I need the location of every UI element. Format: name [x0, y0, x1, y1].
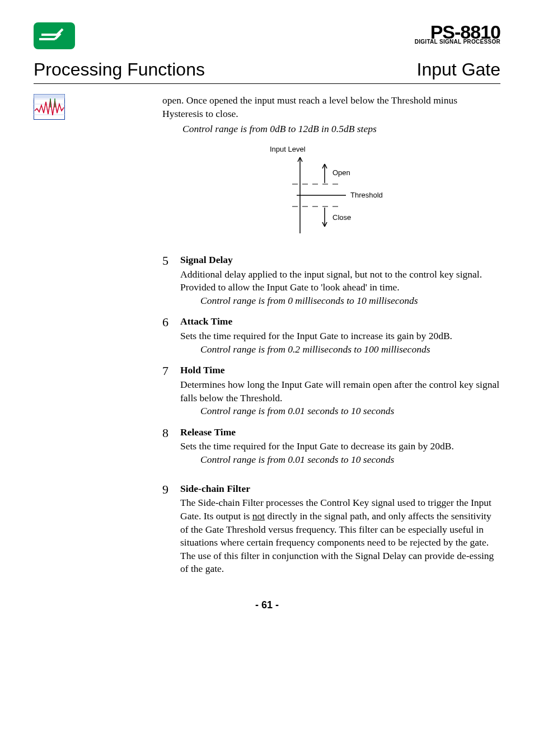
diagram-label-threshold: Threshold — [350, 191, 383, 199]
header-row: PS-8810 DIGITAL SIGNAL PROCESSOR — [34, 22, 500, 49]
item-desc: Sets the time required for the Input Gat… — [180, 330, 500, 343]
intro-text: open. Once opened the input must reach a… — [162, 94, 500, 120]
section-title-right: Input Gate — [417, 59, 500, 80]
page-root: PS-8810 DIGITAL SIGNAL PROCESSOR Process… — [0, 0, 534, 628]
title-rule — [34, 83, 500, 84]
item-range: Control range is from 0 milliseconds to … — [200, 294, 500, 308]
item-range: Control range is from 0.01 seconds to 10… — [200, 453, 500, 467]
item-range: Control range is from 0.01 seconds to 10… — [200, 405, 500, 418]
item-title: Signal Delay — [180, 253, 500, 267]
item-number: 5 — [162, 253, 180, 308]
product-logo: PS-8810 DIGITAL SIGNAL PROCESSOR — [415, 22, 500, 45]
item-desc: The Side-chain Filter processes the Cont… — [180, 496, 500, 576]
item-title: Release Time — [180, 426, 500, 439]
diagram-caption: Input Level — [270, 145, 306, 153]
item-body: Hold Time Determines how long the Input … — [180, 364, 500, 418]
item-desc: Additional delay applied to the input si… — [180, 268, 500, 294]
item-hold-time: 7 Hold Time Determines how long the Inpu… — [162, 364, 500, 418]
item-range: Control range is from 0.2 milliseconds t… — [200, 343, 500, 356]
item-title: Side-chain Filter — [180, 482, 500, 496]
diagram-label-close: Close — [332, 213, 351, 222]
item-side-chain-filter: 9 Side-chain Filter The Side-chain Filte… — [162, 482, 500, 576]
item-body: Signal Delay Additional delay applied to… — [180, 253, 500, 308]
item-title: Attack Time — [180, 315, 500, 328]
item-title: Hold Time — [180, 364, 500, 377]
item-desc-underline: not — [252, 510, 265, 522]
item-number: 8 — [162, 426, 180, 467]
brand-logo-icon — [34, 22, 75, 49]
item-body: Release Time Sets the time required for … — [180, 426, 500, 467]
waveform-icon — [34, 94, 65, 120]
section-title-left: Processing Functions — [34, 59, 205, 80]
item-desc: Sets the time required for the Input Gat… — [180, 440, 500, 453]
threshold-diagram: Input Level Open Threshold Close — [162, 144, 500, 239]
left-column — [34, 94, 162, 576]
page-number: - 61 - — [34, 599, 500, 611]
content: open. Once opened the input must reach a… — [34, 94, 500, 576]
diagram-label-open: Open — [332, 168, 350, 177]
item-number: 6 — [162, 315, 180, 356]
item-attack-time: 6 Attack Time Sets the time required for… — [162, 315, 500, 356]
title-row: Processing Functions Input Gate — [34, 59, 500, 80]
item-signal-delay: 5 Signal Delay Additional delay applied … — [162, 253, 500, 308]
item-release-time: 8 Release Time Sets the time required fo… — [162, 426, 500, 467]
intro-range: Control range is from 0dB to 12dB in 0.5… — [182, 123, 500, 136]
item-body: Side-chain Filter The Side-chain Filter … — [180, 482, 500, 576]
item-body: Attack Time Sets the time required for t… — [180, 315, 500, 356]
svg-rect-6 — [34, 95, 65, 98]
item-number: 7 — [162, 364, 180, 418]
right-column: open. Once opened the input must reach a… — [162, 94, 500, 576]
item-number: 9 — [162, 482, 180, 576]
product-subtitle: DIGITAL SIGNAL PROCESSOR — [415, 39, 500, 45]
item-desc: Determines how long the Input Gate will … — [180, 378, 500, 405]
